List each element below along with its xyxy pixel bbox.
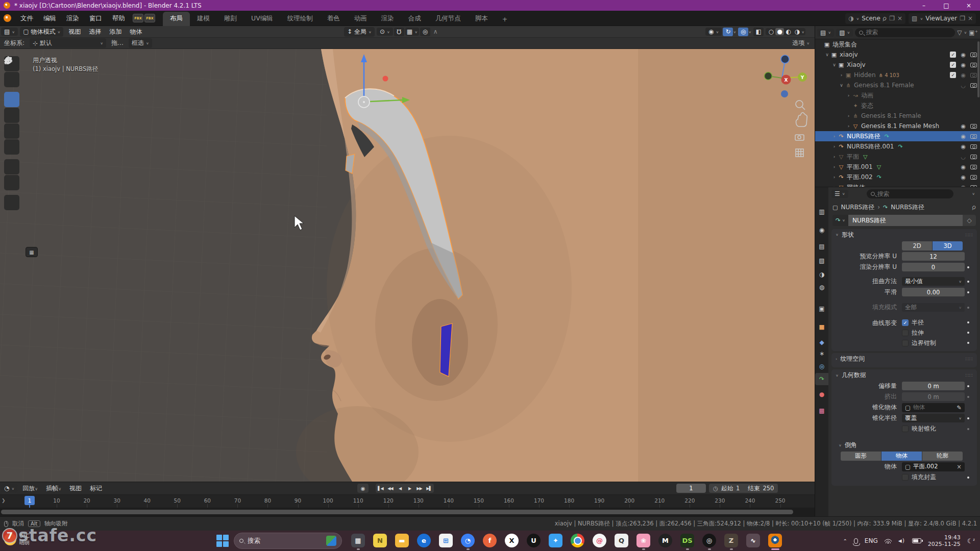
properties-tab-collection[interactable]: ▣ [815, 303, 828, 315]
viewport-menu-0[interactable]: 视图 [64, 28, 85, 36]
taskbar-app-edge-browser[interactable]: e [417, 534, 431, 547]
properties-tab-physics[interactable]: ◎ [815, 360, 828, 372]
unlink-scene-icon[interactable]: × [897, 15, 902, 22]
render-res-field[interactable]: 0 [902, 263, 965, 271]
workspace-tab-几何节点[interactable]: 几何节点 [428, 12, 468, 26]
auto-keying-button[interactable]: ◉ [357, 484, 369, 493]
expand-arrow-icon[interactable]: › [846, 123, 851, 129]
map-taper-checkbox[interactable] [902, 425, 909, 432]
camera-disabled-icon[interactable] [970, 73, 977, 78]
menu-0[interactable]: 文件 [15, 14, 38, 22]
taskbar-app-notes[interactable]: N [373, 534, 387, 547]
camera-icon[interactable] [970, 165, 977, 169]
start-frame-value[interactable]: 1 [736, 485, 740, 492]
outliner-row-Hidden[interactable]: ›▣Hidden⋔ 4 103✓◉ [815, 70, 980, 80]
new-collection-button[interactable]: ▣⁺ [969, 29, 978, 36]
taskbar-app-blender[interactable] [768, 534, 782, 547]
checkbox-半径[interactable]: ✓ [902, 319, 909, 326]
viewport-canvas[interactable]: Y X 用户透视 (1) xiaojv | NURBS路径 ▦ [0, 49, 815, 482]
properties-tab-texture[interactable]: ▩ [815, 405, 828, 417]
outliner-scrollbar[interactable] [977, 41, 979, 97]
overlays-toggle[interactable]: ◎ [738, 28, 748, 36]
battery-icon[interactable] [912, 538, 921, 543]
bevel-mode-轮廓[interactable]: 轮廓 [922, 452, 963, 461]
clear-object-icon[interactable]: × [957, 463, 962, 470]
camera-icon[interactable] [970, 53, 977, 57]
eye-icon[interactable]: ◉ [961, 143, 966, 150]
bevel-title[interactable]: 倒角 [845, 441, 857, 449]
properties-tab-world[interactable]: ◍ [815, 281, 828, 293]
start-button[interactable] [216, 535, 229, 547]
pivot-dropdown[interactable]: ⊙∨ [377, 28, 393, 36]
expand-arrow-icon[interactable]: › [846, 93, 851, 98]
tool-rotate[interactable] [4, 108, 19, 123]
taper-radius-dropdown[interactable]: 覆盖∨ [902, 414, 965, 422]
timeline-menu-0[interactable]: 回放∨ [18, 484, 42, 493]
taskbar-app-bird-app[interactable]: ✦ [549, 534, 562, 547]
play-reverse-button[interactable]: ◀ [395, 484, 405, 493]
visibility-checkbox[interactable]: ✓ [950, 62, 956, 68]
properties-tab-view-layer[interactable]: ▧ [815, 255, 828, 267]
viewlayer-selector[interactable]: ▧∨ ViewLayer ❐ × [909, 13, 976, 24]
eye-closed-icon[interactable]: ◡ [961, 154, 966, 160]
expand-arrow-icon[interactable]: › [839, 72, 844, 78]
menu-1[interactable]: 编辑 [38, 14, 61, 22]
properties-tab-material[interactable]: ● [815, 388, 828, 400]
fake-user-shield-icon[interactable]: ◇ [963, 215, 976, 226]
menu-4[interactable]: 帮助 [107, 14, 130, 22]
dimension-2d-button[interactable]: 2D [902, 241, 932, 251]
expand-arrow-icon[interactable]: › [831, 154, 837, 159]
twist-smooth-field[interactable]: 0.00 [902, 288, 965, 296]
taskbar-app-vroid[interactable]: ∿ [746, 534, 760, 547]
camera-icon[interactable] [970, 124, 977, 129]
remove-viewlayer-icon[interactable]: × [968, 15, 973, 22]
preset-dropdown[interactable]: ⊹默认∨ [30, 38, 106, 48]
bevel-mode-圆形[interactable]: 圆形 [841, 452, 881, 461]
breadcrumb-object[interactable]: NURBS路径 [841, 203, 874, 212]
camera-icon[interactable] [970, 83, 977, 88]
taskbar-app-capcut[interactable]: X [505, 534, 519, 547]
collapse-icon[interactable]: ∨ [836, 233, 839, 236]
drag-label[interactable]: 拖… [107, 39, 128, 47]
workspace-tab-脚本[interactable]: 脚本 [468, 12, 495, 26]
expand-arrow-icon[interactable]: › [831, 144, 837, 149]
expand-arrow-icon[interactable]: › [846, 113, 851, 118]
tool-annotate[interactable] [4, 159, 19, 174]
bevel-mode-物体[interactable]: 物体 [881, 452, 922, 461]
camera-icon[interactable] [970, 155, 977, 159]
properties-tab-object[interactable]: ■ [815, 321, 828, 333]
visibility-checkbox[interactable]: ✓ [950, 52, 956, 58]
outliner-filter-mode[interactable]: ▧∨ [836, 29, 853, 37]
tool-move[interactable] [4, 92, 19, 107]
taskbar-app-obs-studio[interactable]: ◎ [702, 534, 716, 547]
expand-arrow-icon[interactable]: › [831, 174, 837, 180]
workspace-tab-着色[interactable]: 着色 [320, 12, 347, 26]
pin-icon[interactable]: ϙ [881, 14, 889, 22]
blender-menu-icon[interactable] [4, 14, 11, 22]
shading-solid-button[interactable]: ● [775, 28, 784, 35]
properties-tab-output[interactable]: ▤ [815, 240, 828, 253]
outliner-row-网格体[interactable]: ›▽网格体◉ [815, 182, 980, 187]
mode-dropdown[interactable]: ▢物体模式∨ [20, 27, 63, 37]
fbx-addon-icon-1[interactable]: FBX [144, 14, 155, 22]
workspace-tab-雕刻[interactable]: 雕刻 [217, 12, 244, 26]
viewport-menu-3[interactable]: 物体 [126, 28, 146, 36]
taskbar-app-ms-store[interactable]: ⊞ [439, 534, 453, 547]
eye-icon[interactable]: ◉ [961, 123, 966, 130]
clock[interactable]: 19:43 2025-11-25 [928, 534, 961, 547]
drag-handle-icon[interactable]: ∷∷ [965, 372, 973, 378]
outliner-row-Genesis 8.1 Female Mesh[interactable]: ›▽Genesis 8.1 Female Mesh◉ [815, 121, 980, 131]
breadcrumb-data[interactable]: NURBS路径 [891, 203, 924, 212]
properties-tab-modifiers[interactable]: ◆ [815, 336, 828, 348]
outliner-row-Genesis 8.1 Female[interactable]: ›⋔Genesis 8.1 Female [815, 111, 980, 121]
texture-space-title[interactable]: 纹理空间 [840, 355, 865, 363]
tool-measure[interactable] [4, 175, 19, 190]
orientation-dropdown[interactable]: ↕全局∨ [344, 27, 375, 37]
overlays-dropdown[interactable]: ∨ [748, 30, 751, 33]
shape-panel-title[interactable]: 形状 [842, 231, 854, 239]
play-button[interactable]: ▶ [405, 484, 414, 493]
outliner-row-平面[interactable]: ›▽平面▽◡ [815, 152, 980, 162]
taskbar-app-snip-tool[interactable]: ▦ [351, 534, 365, 547]
options-label[interactable]: 选项 [792, 39, 804, 47]
expand-arrow-icon[interactable]: ∨ [824, 52, 830, 57]
